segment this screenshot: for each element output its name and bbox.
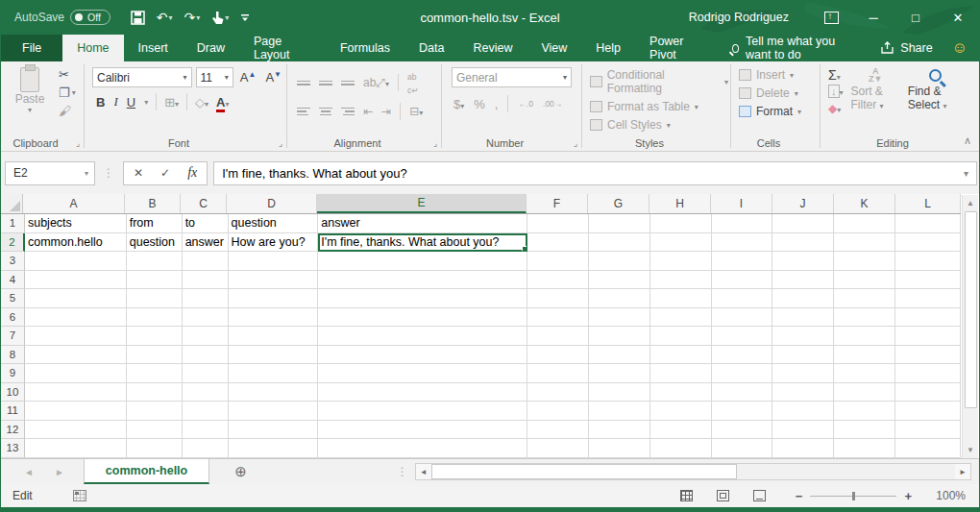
cell-J3[interactable] [772, 252, 834, 271]
cell-J7[interactable] [772, 327, 834, 346]
column-header-E[interactable]: E [317, 194, 527, 213]
decrease-font-size-button[interactable]: A▼ [262, 70, 284, 85]
cell-D6[interactable] [229, 308, 319, 328]
fill-color-button[interactable]: ◇▾ [195, 95, 208, 110]
ribbon-display-options-button[interactable] [810, 0, 852, 35]
cell-H3[interactable] [650, 252, 712, 271]
cell-B4[interactable] [127, 271, 183, 290]
font-name-combo[interactable]: Calibri ▾ [92, 67, 192, 87]
copy-chevron-icon[interactable]: ▾ [72, 88, 76, 97]
cell-H2[interactable] [650, 233, 712, 253]
maximize-button[interactable]: □ [894, 0, 937, 35]
cell-E2[interactable]: I'm fine, thanks. What about you? [318, 233, 527, 253]
paste-chevron-icon[interactable]: ▾ [28, 106, 32, 114]
cell-K1[interactable] [834, 214, 895, 233]
cell-E7[interactable] [318, 327, 527, 346]
cell-G11[interactable] [589, 402, 650, 421]
cell-K9[interactable] [834, 364, 895, 383]
cell-L7[interactable] [895, 327, 961, 346]
column-header-K[interactable]: K [834, 194, 895, 213]
conditional-formatting-button[interactable]: Conditional Formatting▾ [590, 68, 728, 95]
cell-F10[interactable] [527, 383, 589, 402]
cell-A6[interactable] [25, 308, 127, 328]
cell-styles-button[interactable]: Cell Styles▾ [590, 118, 728, 132]
cell-D3[interactable] [229, 252, 319, 271]
cell-A4[interactable] [25, 271, 127, 290]
cell-D9[interactable] [229, 364, 319, 383]
cell-L10[interactable] [895, 383, 961, 402]
minimize-button[interactable]: ─ [852, 0, 894, 35]
cell-F7[interactable] [527, 327, 589, 346]
macro-record-icon[interactable] [73, 490, 86, 501]
cell-B7[interactable] [127, 327, 183, 346]
tab-file[interactable]: File [1, 35, 62, 61]
column-header-J[interactable]: J [772, 194, 834, 213]
touch-mouse-mode-button[interactable]: ▾ [207, 9, 233, 27]
cell-G10[interactable] [589, 383, 650, 402]
cell-A11[interactable] [25, 402, 127, 421]
cell-K8[interactable] [834, 346, 895, 365]
touch-mode-chevron-icon[interactable]: ▾ [225, 13, 229, 22]
enter-entry-button[interactable]: ✓ [160, 166, 170, 180]
cell-F4[interactable] [527, 271, 589, 290]
cell-K11[interactable] [834, 402, 895, 421]
comma-style-button[interactable]: , [495, 97, 499, 111]
row-header-4[interactable]: 4 [1, 271, 25, 290]
cell-K3[interactable] [834, 252, 895, 271]
underline-button[interactable]: U [127, 95, 135, 110]
save-button[interactable] [126, 9, 150, 27]
cell-B12[interactable] [127, 421, 183, 440]
cell-G6[interactable] [589, 308, 650, 328]
redo-button[interactable]: ↷▾ [180, 8, 206, 27]
cell-J6[interactable] [772, 308, 834, 328]
cell-A1[interactable]: subjects [25, 214, 127, 233]
cell-I6[interactable] [712, 308, 773, 328]
cell-A13[interactable] [25, 439, 127, 458]
cell-J5[interactable] [772, 289, 834, 308]
cell-B1[interactable]: from [127, 214, 183, 233]
cell-A9[interactable] [25, 364, 127, 383]
insert-cells-button[interactable]: Insert▾ [739, 68, 818, 82]
cell-K5[interactable] [834, 289, 895, 308]
tab-review[interactable]: Review [458, 35, 527, 61]
user-name[interactable]: Rodrigo Rodriguez [689, 11, 789, 24]
cell-J13[interactable] [772, 439, 834, 458]
tab-insert[interactable]: Insert [124, 35, 183, 61]
row-header-9[interactable]: 9 [1, 364, 25, 383]
merge-center-button[interactable]: ⊟▾ [409, 105, 423, 118]
cell-B6[interactable] [127, 308, 183, 328]
cell-B5[interactable] [127, 289, 183, 308]
bottom-align-button[interactable] [341, 79, 355, 87]
cell-E12[interactable] [318, 421, 527, 440]
cell-I2[interactable] [712, 233, 773, 253]
format-painter-button[interactable]: 🖌︎ [59, 104, 76, 118]
tab-draw[interactable]: Draw [183, 35, 239, 61]
customize-qat-button[interactable] [235, 10, 255, 25]
cell-I3[interactable] [712, 252, 773, 271]
cell-C6[interactable] [183, 308, 229, 328]
font-size-combo[interactable]: 11 ▾ [196, 67, 233, 87]
cell-L1[interactable] [895, 214, 961, 233]
tab-data[interactable]: Data [404, 35, 458, 61]
paste-button[interactable]: Paste ▾ [9, 67, 51, 118]
select-all-corner[interactable] [1, 194, 23, 213]
cell-H11[interactable] [650, 402, 712, 421]
cell-I5[interactable] [712, 289, 773, 308]
row-header-5[interactable]: 5 [1, 289, 25, 308]
cell-I7[interactable] [712, 327, 773, 346]
cell-E8[interactable] [318, 346, 527, 365]
cell-D1[interactable]: question [229, 214, 319, 233]
percent-style-button[interactable]: % [474, 97, 485, 111]
close-button[interactable]: ✕ [937, 0, 979, 35]
tab-help[interactable]: Help [581, 35, 635, 61]
cell-L5[interactable] [895, 289, 961, 308]
cell-F2[interactable] [527, 233, 589, 253]
sheet-tab-common-hello[interactable]: common-hello [84, 459, 209, 484]
cell-E5[interactable] [318, 289, 527, 308]
tab-home[interactable]: Home [62, 35, 123, 61]
cell-G8[interactable] [589, 346, 650, 365]
cell-F9[interactable] [527, 364, 589, 383]
align-center-button[interactable] [319, 106, 332, 118]
cell-F12[interactable] [527, 421, 589, 440]
tab-power-pivot[interactable]: Power Pivot [635, 35, 719, 61]
